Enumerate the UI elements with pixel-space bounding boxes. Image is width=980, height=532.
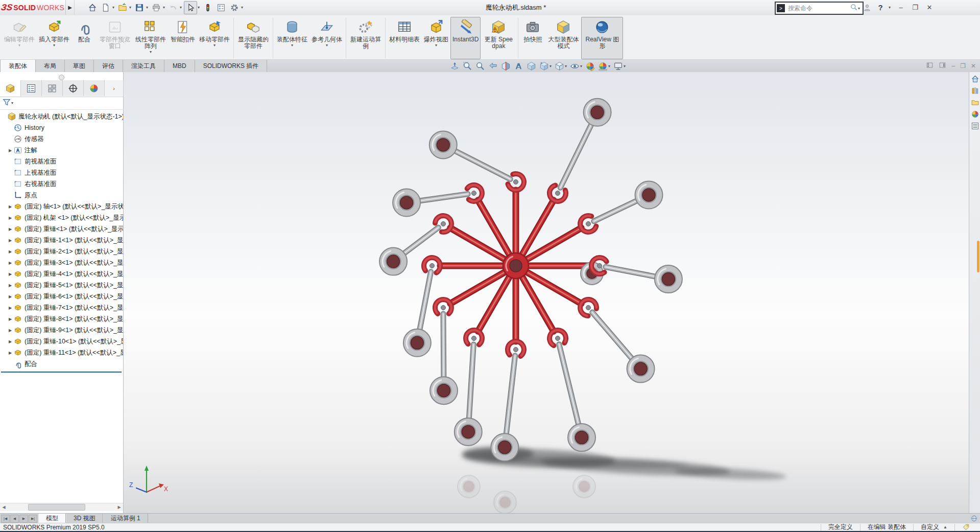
expand-arrow[interactable]: ▶ xyxy=(7,249,13,254)
search-input[interactable] xyxy=(787,4,850,12)
scrollbar-thumb[interactable] xyxy=(28,504,85,511)
rs-ball-icon[interactable] xyxy=(970,109,980,119)
hu-hideshow-dropdown-arrow[interactable]: ▾ xyxy=(580,64,582,68)
tree-item[interactable]: ▶(固定) 重锤-8<1> (默认<<默认>_显示状态-1>) xyxy=(0,313,123,325)
tab-装配体[interactable]: 装配体 xyxy=(0,60,36,72)
doc-tab-nav-2[interactable]: ▶ xyxy=(19,515,28,523)
ribbon-instant3d-button[interactable]: Instant3D xyxy=(450,17,481,59)
tree-item[interactable]: ▶(固定) 重锤-10<1> (默认<<默认>_显示状态-1>) xyxy=(0,336,123,347)
hu-hideshow-button[interactable]: ▾ xyxy=(568,60,584,72)
tree-item[interactable]: ▶(固定) 重锤-9<1> (默认<<默认>_显示状态-1>) xyxy=(0,325,123,336)
expand-arrow[interactable]: ▶ xyxy=(7,294,13,299)
new-dropdown-arrow[interactable]: ▾ xyxy=(112,5,114,10)
hu-back-button[interactable] xyxy=(487,60,499,72)
feature-manager-tab-4[interactable] xyxy=(84,80,105,96)
tree-item[interactable]: ▶(固定) 重锤-4<1> (默认<<默认>_显示状态-1>) xyxy=(0,268,123,280)
restore-button[interactable]: ❐ xyxy=(960,62,966,70)
ribbon-move-button[interactable]: 移动零部件▾ xyxy=(197,17,232,59)
scroll-right-arrow[interactable]: ▶ xyxy=(115,505,123,510)
home-icon[interactable] xyxy=(86,2,99,14)
open-icon[interactable] xyxy=(116,2,129,14)
hu-mag-button[interactable] xyxy=(474,60,487,72)
ribbon-insert-part-button[interactable]: 插入零部件▾ xyxy=(37,17,71,59)
feature-manager-tab-2[interactable] xyxy=(42,80,63,96)
scroll-left-arrow[interactable]: ◀ xyxy=(0,505,8,510)
doc-tab-3D 视图[interactable]: 3D 视图 xyxy=(66,514,103,523)
tree-item[interactable]: 传感器 xyxy=(0,133,123,145)
ribbon-mate-button[interactable]: 配合 xyxy=(71,17,97,59)
doc-tab-运动算例 1[interactable]: 运动算例 1 xyxy=(103,514,148,523)
tree-item[interactable]: ▶(固定) 重锤<1> (默认<<默认>_显示状态-1>) xyxy=(0,223,123,235)
hu-monitor-button[interactable]: ▾ xyxy=(612,60,627,72)
minimize-button[interactable]: – xyxy=(951,62,955,70)
ribbon-largeasm-button[interactable]: 大型装配体模式 xyxy=(545,17,581,59)
expand-arrow[interactable]: ▶ xyxy=(7,306,13,310)
help-icon[interactable]: ? xyxy=(875,2,886,13)
close-button[interactable]: ✕ xyxy=(971,62,976,70)
hu-displaystyle-button[interactable]: ▾ xyxy=(553,60,568,72)
gear-dropdown-arrow[interactable]: ▾ xyxy=(241,5,243,10)
tree-item[interactable]: ▶(固定) 重锤-5<1> (默认<<默认>_显示状态-1>) xyxy=(0,280,123,291)
filter-funnel-icon[interactable] xyxy=(2,98,11,109)
ribbon-dropdown-arrow[interactable]: ▾ xyxy=(18,43,20,48)
search-dropdown-arrow[interactable]: ▾ xyxy=(858,6,860,11)
ribbon-dropdown-arrow[interactable]: ▾ xyxy=(291,43,293,48)
doc-tab-nav-0[interactable]: |◀ xyxy=(1,515,10,523)
traffic-icon[interactable] xyxy=(202,2,214,14)
pane-left-button[interactable] xyxy=(926,61,934,71)
tree-item[interactable]: ▶(固定) 机架 <1> (默认<<默认>_显示状态-1>) xyxy=(0,212,123,223)
tree-item[interactable]: 上视基准面 xyxy=(0,167,123,178)
status-custom[interactable]: 自定义▲ xyxy=(913,524,954,531)
save-dropdown-arrow[interactable]: ▾ xyxy=(146,5,148,10)
hu-scene-dropdown-arrow[interactable]: ▾ xyxy=(608,64,610,68)
help-dropdown-arrow[interactable]: ▾ xyxy=(889,5,891,10)
feature-manager-tab-1[interactable] xyxy=(21,80,42,96)
graphics-viewport[interactable]: XZ xyxy=(124,72,969,513)
filter-dropdown-arrow[interactable]: ▾ xyxy=(11,101,13,105)
ribbon-bom-button[interactable]: 材料明细表 xyxy=(387,17,422,59)
hu-fit-button[interactable] xyxy=(448,60,461,72)
user-icon[interactable] xyxy=(862,2,872,13)
undo-dropdown-arrow[interactable]: ▾ xyxy=(180,5,182,10)
ribbon-motion-button[interactable]: 新建运动算例 xyxy=(348,17,384,59)
minimize-button[interactable]: – xyxy=(895,4,906,11)
tree-item[interactable]: ▶(固定) 重锤-6<1> (默认<<默认>_显示状态-1>) xyxy=(0,291,123,302)
open-dropdown-arrow[interactable]: ▾ xyxy=(129,5,131,10)
hu-appearance-button[interactable] xyxy=(584,60,596,72)
ribbon-pattern-button[interactable]: 线性零部件阵列▾ xyxy=(133,17,169,59)
tab-MBD[interactable]: MBD xyxy=(164,60,195,72)
ribbon-speedpak-button[interactable]: 更新 Speedpak xyxy=(481,17,516,59)
expand-arrow[interactable]: ▶ xyxy=(7,351,13,355)
doc-tab-nav-1[interactable]: ◀ xyxy=(10,515,19,523)
tab-布局[interactable]: 布局 xyxy=(36,60,65,72)
rs-list-icon[interactable] xyxy=(970,121,980,131)
feature-manager-tab-3[interactable] xyxy=(63,80,84,96)
tree-item[interactable]: ▶注解 xyxy=(0,145,123,156)
gear-icon[interactable] xyxy=(228,2,241,14)
ribbon-asmfeat-button[interactable]: 装配体特征▾ xyxy=(275,17,309,59)
expand-arrow[interactable]: ▶ xyxy=(7,339,13,344)
hu-orient-dropdown-arrow[interactable]: ▾ xyxy=(549,64,552,68)
feature-manager-tab-0[interactable] xyxy=(0,80,21,97)
hu-zoomarea-button[interactable] xyxy=(461,60,474,72)
hu-viewcube-button[interactable] xyxy=(525,60,538,72)
ribbon-refgeo-button[interactable]: 参考几何体▾ xyxy=(309,17,344,59)
tab-渲染工具[interactable]: 渲染工具 xyxy=(123,60,164,72)
tree-item[interactable]: ▶(固定) 重锤-7<1> (默认<<默认>_显示状态-1>) xyxy=(0,302,123,313)
expand-arrow[interactable]: ▶ xyxy=(7,328,13,333)
ribbon-realview-button[interactable]: RealView 图形 xyxy=(581,17,623,59)
ribbon-dropdown-arrow[interactable]: ▾ xyxy=(53,43,55,48)
print-dropdown-arrow[interactable]: ▾ xyxy=(163,5,165,10)
ribbon-explode-button[interactable]: 爆炸视图▾ xyxy=(422,17,450,59)
expand-arrow[interactable]: ▶ xyxy=(7,317,13,321)
tree-item[interactable]: ▶(固定) 重锤-11<1> (默认<<默认>_显示状态-1>) xyxy=(0,347,123,358)
tag-icon[interactable] xyxy=(954,524,977,531)
ribbon-showhidden-button[interactable]: 显示隐藏的零部件 xyxy=(235,17,271,59)
rollback-bar[interactable] xyxy=(1,372,122,373)
expand-arrow[interactable]: ▶ xyxy=(7,216,13,220)
tab-SOLIDWORKS 插件[interactable]: SOLIDWORKS 插件 xyxy=(195,60,268,72)
rs-home-icon[interactable] xyxy=(970,74,980,84)
ribbon-dropdown-arrow[interactable]: ▾ xyxy=(435,43,437,48)
hu-section-button[interactable] xyxy=(499,60,512,72)
undo-icon[interactable] xyxy=(167,2,179,14)
